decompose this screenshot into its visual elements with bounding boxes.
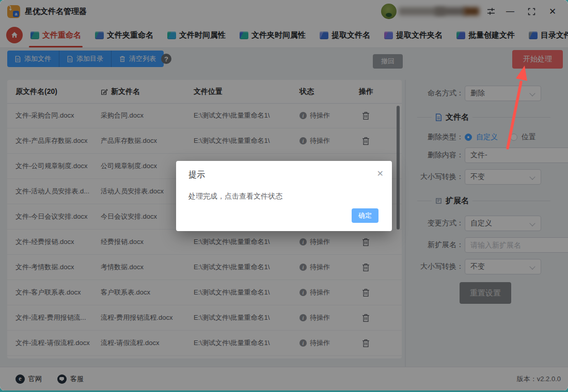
dialog-confirm-button[interactable]: 确定 [352, 208, 378, 223]
dialog-message: 处理完成，点击查看文件状态 [188, 192, 282, 201]
app-window: ⤵ a 星优文件名管理器 — ✕ [0, 0, 568, 390]
dialog-title: 提示 [188, 170, 205, 181]
dialog-close-icon[interactable]: ✕ [377, 169, 384, 178]
alert-dialog: 提示 ✕ 处理完成，点击查看文件状态 确定 [176, 161, 392, 231]
